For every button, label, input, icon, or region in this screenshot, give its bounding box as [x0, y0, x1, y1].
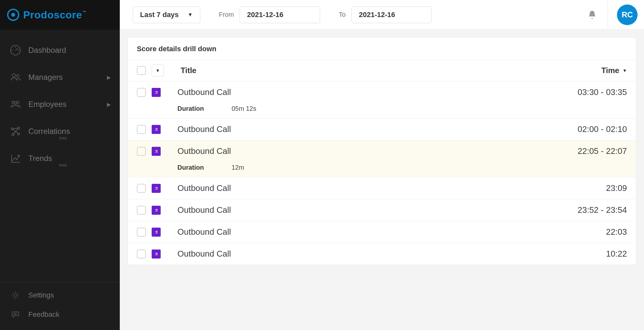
duration-value: 05m 12s — [232, 105, 256, 112]
row-title: Outbound Call — [177, 249, 231, 259]
row-title: Outbound Call — [177, 205, 231, 215]
row-checkbox[interactable] — [137, 125, 146, 134]
from-date-input[interactable]: 2021-12-16 — [240, 6, 320, 23]
row-time: 10:22 — [606, 249, 627, 259]
sidebar-item-label: Trends — [28, 154, 52, 163]
row-main: :tOutbound Call10:22 — [137, 249, 627, 259]
row-title: Outbound Call — [177, 227, 231, 237]
date-range-label: Last 7 days — [140, 11, 179, 19]
sidebar-item-employees[interactable]: Employees ▶ — [0, 91, 120, 118]
table-row[interactable]: :tOutbound Call10:22 — [128, 243, 636, 265]
row-main: :tOutbound Call03:30 - 03:35 — [137, 87, 627, 97]
topbar: Last 7 days ▼ From 2021-12-16 To 2021-12… — [120, 0, 644, 30]
row-main: :tOutbound Call02:00 - 02:10 — [137, 124, 627, 134]
sidebar-item-trends[interactable]: Trends beta — [0, 145, 120, 172]
sidebar-item-label: Employees — [28, 100, 67, 109]
expand-all-toggle[interactable]: ▼ — [152, 64, 164, 77]
to-date-value: 2021-12-16 — [359, 11, 395, 19]
score-details-panel: Score details drill down ▼ Title Time ▼ … — [128, 37, 636, 265]
sidebar-item-label: Managers — [28, 73, 63, 82]
sidebar-item-label: Settings — [28, 291, 54, 299]
gear-icon — [9, 289, 22, 302]
to-date-group: To 2021-12-16 — [339, 6, 432, 23]
secondary-nav: Settings Feedback — [0, 282, 120, 330]
table-row[interactable]: :tOutbound Call22:03 — [128, 221, 636, 243]
column-title[interactable]: Title — [181, 66, 196, 75]
from-date-group: From 2021-12-16 — [219, 6, 320, 23]
sidebar-item-label: Dashboard — [28, 46, 66, 55]
brand-text: Prodoscore™ — [23, 9, 85, 21]
svg-line-15 — [13, 128, 18, 129]
sidebar-item-settings[interactable]: Settings — [0, 286, 120, 305]
source-badge-icon: :t — [152, 184, 161, 193]
sidebar: Prodoscore™ Dashboard Managers ▶ Em — [0, 0, 120, 330]
primary-nav: Dashboard Managers ▶ Employees ▶ — [0, 30, 120, 282]
column-time[interactable]: Time ▼ — [601, 66, 627, 75]
brand-logo-icon — [7, 9, 19, 21]
people-icon — [9, 71, 22, 84]
row-checkbox[interactable] — [137, 206, 146, 215]
date-range-select[interactable]: Last 7 days ▼ — [133, 6, 200, 23]
gauge-icon — [9, 44, 22, 57]
svg-line-1 — [15, 48, 18, 50]
from-date-value: 2021-12-16 — [247, 11, 283, 19]
table-row[interactable]: :tOutbound Call23:52 - 23:54 — [128, 199, 636, 221]
row-main: :tOutbound Call22:03 — [137, 227, 627, 237]
avatar[interactable]: RC — [617, 5, 638, 25]
row-main: :tOutbound Call23:52 - 23:54 — [137, 205, 627, 215]
chat-icon — [9, 308, 22, 321]
table-body: :tOutbound Call03:30 - 03:35Duration05m … — [128, 81, 636, 265]
row-title: Outbound Call — [177, 87, 231, 97]
chart-icon — [9, 152, 22, 165]
table-row[interactable]: :tOutbound Call23:09 — [128, 177, 636, 199]
select-all-checkbox[interactable] — [137, 66, 146, 75]
source-badge-icon: :t — [152, 228, 161, 237]
beta-badge: beta — [59, 163, 67, 167]
beta-badge: beta — [59, 136, 67, 140]
row-title: Outbound Call — [177, 146, 231, 156]
row-time: 03:30 - 03:35 — [578, 87, 627, 97]
svg-point-5 — [12, 74, 15, 77]
chevron-right-icon: ▶ — [107, 101, 111, 108]
sort-desc-icon: ▼ — [622, 68, 627, 73]
notifications-button[interactable] — [586, 8, 599, 21]
row-detail: Duration05m 12s — [137, 105, 627, 112]
sidebar-item-dashboard[interactable]: Dashboard — [0, 37, 120, 64]
group-icon — [9, 98, 22, 111]
row-checkbox[interactable] — [137, 184, 146, 193]
source-badge-icon: :t — [152, 125, 161, 134]
content: Score details drill down ▼ Title Time ▼ … — [120, 30, 644, 330]
network-icon — [9, 125, 22, 138]
row-time: 23:09 — [606, 183, 627, 193]
sidebar-item-correlations[interactable]: Correlations beta — [0, 118, 120, 145]
row-time: 22:05 - 22:07 — [578, 146, 627, 156]
row-title: Outbound Call — [177, 124, 231, 134]
source-badge-icon: :t — [152, 250, 161, 259]
table-row[interactable]: :tOutbound Call03:30 - 03:35Duration05m … — [128, 81, 636, 118]
from-label: From — [219, 11, 234, 18]
row-checkbox[interactable] — [137, 250, 146, 259]
sidebar-item-managers[interactable]: Managers ▶ — [0, 64, 120, 91]
row-title: Outbound Call — [177, 183, 231, 193]
bell-icon — [587, 10, 597, 20]
to-date-input[interactable]: 2021-12-16 — [351, 6, 432, 23]
source-badge-icon: :t — [152, 147, 161, 156]
divider — [608, 0, 608, 30]
brand[interactable]: Prodoscore™ — [0, 0, 120, 30]
sidebar-item-feedback[interactable]: Feedback — [0, 305, 120, 324]
chevron-down-icon: ▼ — [188, 12, 193, 18]
source-badge-icon: :t — [152, 206, 161, 215]
chevron-right-icon: ▶ — [107, 74, 111, 80]
table-row[interactable]: :tOutbound Call22:05 - 22:07Duration12m — [128, 140, 636, 177]
row-checkbox[interactable] — [137, 147, 146, 156]
svg-point-19 — [14, 294, 17, 297]
row-checkbox[interactable] — [137, 88, 146, 97]
to-label: To — [339, 11, 346, 18]
row-checkbox[interactable] — [137, 228, 146, 237]
duration-value: 12m — [232, 164, 244, 171]
table-row[interactable]: :tOutbound Call02:00 - 02:10 — [128, 118, 636, 140]
panel-title: Score details drill down — [128, 38, 636, 60]
sidebar-item-label: Feedback — [28, 310, 60, 319]
avatar-initials: RC — [622, 10, 633, 19]
row-main: :tOutbound Call22:05 - 22:07 — [137, 146, 627, 156]
